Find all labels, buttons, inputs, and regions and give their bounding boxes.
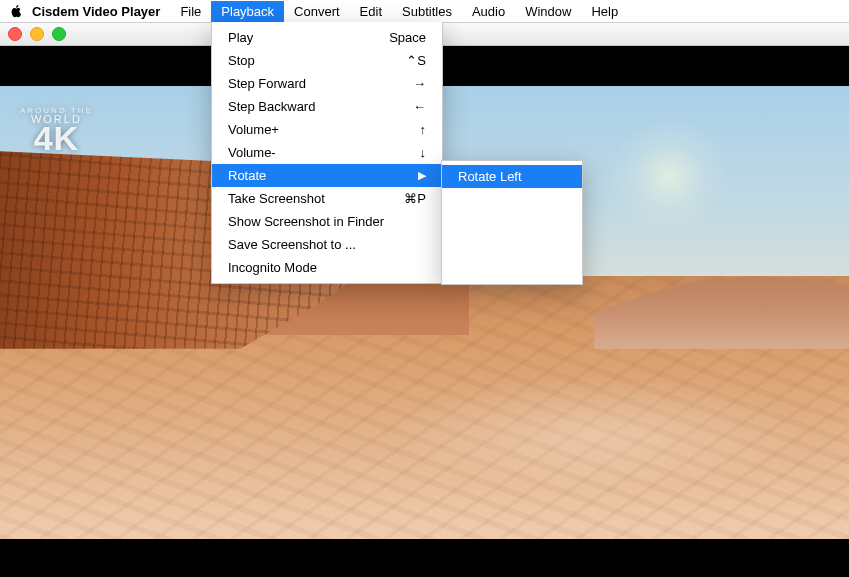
mesa-right xyxy=(594,258,849,349)
rotate-submenu: Rotate Left Rotate Right Flip Horizontal… xyxy=(441,160,583,285)
menu-item-stop[interactable]: Stop⌃S xyxy=(212,49,442,72)
menu-item-take-screenshot[interactable]: Take Screenshot⌘P xyxy=(212,187,442,210)
playback-dropdown: PlaySpace Stop⌃S Step Forward→ Step Back… xyxy=(211,22,443,284)
submenu-rotate-right[interactable]: Rotate Right xyxy=(442,188,582,211)
watermark-4k: 4K xyxy=(20,123,93,153)
menu-subtitles[interactable]: Subtitles xyxy=(392,1,462,22)
menu-convert[interactable]: Convert xyxy=(284,1,350,22)
menu-item-show-screenshot-finder[interactable]: Show Screenshot in Finder xyxy=(212,210,442,233)
menu-window[interactable]: Window xyxy=(515,1,581,22)
menu-file[interactable]: File xyxy=(170,1,211,22)
menu-audio[interactable]: Audio xyxy=(462,1,515,22)
submenu-rotate-left[interactable]: Rotate Left xyxy=(442,165,582,188)
apple-icon[interactable] xyxy=(8,3,24,19)
submenu-flip-vertical[interactable]: Flip Vertical xyxy=(442,234,582,257)
submenu-reset[interactable]: Reset xyxy=(442,257,582,280)
menu-item-step-backward[interactable]: Step Backward← xyxy=(212,95,442,118)
watermark: AROUND THE WORLD 4K xyxy=(20,106,93,153)
watermark-line1: AROUND THE xyxy=(20,106,93,115)
menu-item-play[interactable]: PlaySpace xyxy=(212,26,442,49)
menu-playback[interactable]: Playback xyxy=(211,1,284,22)
chevron-right-icon: ▶ xyxy=(418,169,426,182)
minimize-button[interactable] xyxy=(30,27,44,41)
menu-help[interactable]: Help xyxy=(581,1,628,22)
zoom-button[interactable] xyxy=(52,27,66,41)
menu-edit[interactable]: Edit xyxy=(350,1,392,22)
menu-item-volume-up[interactable]: Volume+↑ xyxy=(212,118,442,141)
menu-item-volume-down[interactable]: Volume-↓ xyxy=(212,141,442,164)
menu-item-save-screenshot-to[interactable]: Save Screenshot to ... xyxy=(212,233,442,256)
submenu-flip-horizontal[interactable]: Flip Horizontal xyxy=(442,211,582,234)
menu-item-incognito-mode[interactable]: Incognito Mode xyxy=(212,256,442,279)
menu-item-step-forward[interactable]: Step Forward→ xyxy=(212,72,442,95)
lens-flare xyxy=(609,116,729,236)
menu-item-rotate[interactable]: Rotate▶ Rotate Left Rotate Right Flip Ho… xyxy=(212,164,442,187)
menubar: Cisdem Video Player File Playback Conver… xyxy=(0,0,849,23)
close-button[interactable] xyxy=(8,27,22,41)
letterbox-bottom xyxy=(0,539,849,577)
app-name: Cisdem Video Player xyxy=(32,4,160,19)
